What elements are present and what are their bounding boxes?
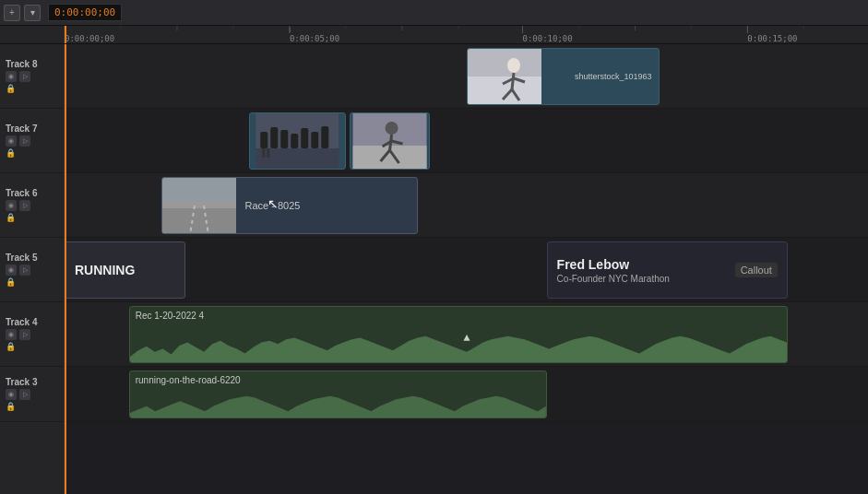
tracks-area: Track 8 ◉ ▷ 🔒 Track 7 ◉ ▷ 🔒 Track 6 [0,44,868,494]
lock-icon-4: 🔒 [6,342,60,351]
clip-running-road-audio[interactable]: running-on-the-road-6220 [129,370,547,418]
lock-icon-7: 🔒 [6,148,60,158]
waveform-svg-track4 [130,335,787,362]
lock-icon-3: 🔒 [6,402,60,411]
audio-icon-3[interactable]: ▷ [19,389,30,400]
eye-icon-8[interactable]: ◉ [6,71,17,82]
ruler-tick-5: 0:00:05;00 [290,28,339,43]
track-6-icons: ◉ ▷ [6,200,60,211]
svg-rect-30 [322,126,329,148]
audio-icon-6[interactable]: ▷ [19,200,30,211]
eye-icon-5[interactable]: ◉ [6,265,17,276]
clip-shutterstock[interactable]: shutterstock_101963 [467,48,660,105]
track-7-row [65,109,868,173]
track-5-name: Track 5 [6,253,60,263]
clip-race-label: Race - 8025 [240,196,306,215]
eye-icon-6[interactable]: ◉ [6,200,17,211]
track-label-8: Track 8 ◉ ▷ 🔒 [0,44,64,109]
eye-icon-4[interactable]: ◉ [6,329,17,340]
clip-running-label: RUNNING [65,263,144,277]
track-6-row: Race - 8025 ↖ [65,173,868,238]
track-label-7: Track 7 ◉ ▷ 🔒 [0,109,64,173]
clip-runner2[interactable] [350,112,430,170]
thumb-svg-shutterstock [468,49,541,104]
svg-rect-24 [261,132,268,148]
clip-running-text[interactable]: RUNNING [65,241,185,299]
clip-callout-tag: Callout [735,263,778,277]
svg-rect-25 [271,127,279,148]
clip-thumb-shutterstock [468,49,541,104]
track-3-row: running-on-the-road-6220 [65,367,868,422]
clip-label-shutterstock: shutterstock_101963 [572,69,655,84]
svg-rect-26 [281,130,289,148]
track-5-icons: ◉ ▷ [6,265,60,276]
clip-fred-content: Fred Lebow Co-Founder NYC Marathon [557,257,730,284]
track-label-6: Track 6 ◉ ▷ 🔒 [0,173,64,238]
ruler-row: 0:00:00;00 0:00:05;00 0:00:10;00 0:00:15… [0,26,868,44]
svg-rect-43 [162,201,236,208]
thumb-svg-crowd [250,113,345,170]
track-4-icons: ◉ ▷ [6,329,60,340]
lock-icon-5: 🔒 [6,277,60,287]
toolbar: + ▾ 0:00:00;00 [0,0,868,26]
svg-rect-29 [312,132,319,148]
svg-rect-28 [302,128,309,148]
track-7-bg [65,109,868,172]
svg-point-35 [386,122,398,135]
svg-rect-15 [468,76,541,104]
playhead-line [65,44,66,494]
svg-rect-42 [162,206,236,233]
ruler-playhead [65,26,66,43]
track-4-name: Track 4 [6,317,60,327]
clip-fred-subtitle: Co-Founder NYC Marathon [557,274,730,284]
clip-rec-audio[interactable]: Rec 1-20-2022 4 [129,306,788,363]
svg-line-17 [512,73,514,89]
ruler-area: 0:00:00;00 0:00:05;00 0:00:10;00 0:00:15… [65,26,868,43]
svg-point-16 [507,58,520,73]
clip-fred-lebow[interactable]: Fred Lebow Co-Founder NYC Marathon Callo… [547,241,788,299]
timeline-container: + ▾ 0:00:00;00 0:00:00;00 0:00:05;00 0:0… [0,0,868,494]
svg-rect-27 [291,134,299,148]
track-3-name: Track 3 [6,377,60,387]
eye-icon-3[interactable]: ◉ [6,389,17,400]
ruler-tick-0: 0:00:00;00 [65,28,114,43]
thumb-svg-runner2 [351,113,429,170]
track-3-icons: ◉ ▷ [6,389,60,400]
track-8-name: Track 8 [6,59,60,69]
clip-race[interactable]: Race - 8025 ↖ [161,177,419,234]
add-button[interactable]: + [4,5,20,21]
ruler-label-area [0,26,65,43]
track-8-row: shutterstock_101963 [65,44,868,109]
track-label-4: Track 4 ◉ ▷ 🔒 [0,302,64,367]
track-labels: Track 8 ◉ ▷ 🔒 Track 7 ◉ ▷ 🔒 Track 6 [0,44,65,494]
eye-icon-7[interactable]: ◉ [6,135,17,147]
track-7-icons: ◉ ▷ [6,135,60,147]
clip-fred-name: Fred Lebow [557,257,730,272]
track-6-name: Track 6 [6,188,60,198]
audio-icon-8[interactable]: ▷ [19,71,30,82]
track-content-area: shutterstock_101963 [65,44,868,494]
audio-icon-7[interactable]: ▷ [19,135,30,147]
track-8-icons: ◉ ▷ [6,71,60,82]
dropdown-button[interactable]: ▾ [24,5,41,21]
svg-marker-46 [463,335,470,341]
ruler-tick-10: 0:00:10;00 [522,28,572,43]
lock-icon-6: 🔒 [6,213,60,222]
audio-icon-5[interactable]: ▷ [19,265,30,276]
track-7-name: Track 7 [6,124,60,134]
track-label-3: Track 3 ◉ ▷ 🔒 [0,367,64,422]
track-5-row: RUNNING Fred Lebow Co-Founder NYC Marath… [65,238,868,302]
clip-rec-label: Rec 1-20-2022 4 [130,307,787,324]
svg-rect-31 [263,148,266,158]
clip-running-road-label: running-on-the-road-6220 [130,371,546,389]
audio-icon-4[interactable]: ▷ [19,329,30,340]
track-4-row: Rec 1-20-2022 4 [65,302,868,367]
ruler-tick-15: 0:00:15;00 [747,28,797,43]
clip-race-thumb [162,178,236,233]
waveform-svg-track3 [130,393,546,418]
track-label-5: Track 5 ◉ ▷ 🔒 [0,238,64,302]
timecode-display: 0:00:00;00 [48,4,122,21]
clip-crowd[interactable] [249,112,346,170]
lock-icon-8: 🔒 [6,84,60,93]
thumb-svg-race [162,178,236,233]
